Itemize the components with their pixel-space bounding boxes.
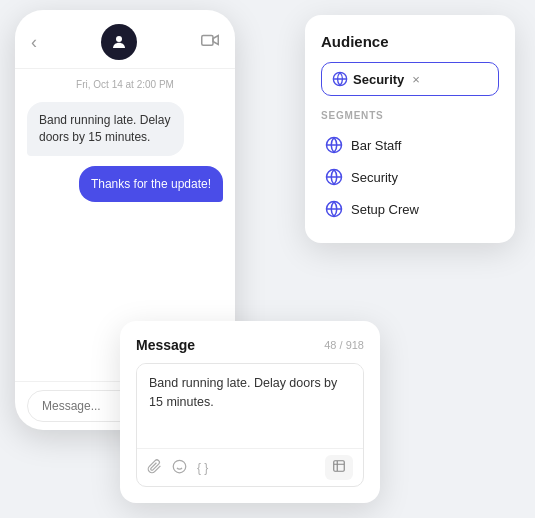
segment-globe-icon (332, 71, 348, 87)
video-icon[interactable] (201, 33, 219, 51)
segment-name-setup-crew: Setup Crew (351, 202, 419, 217)
received-message: Band running late. Delay doors by 15 min… (27, 102, 184, 156)
chat-timestamp: Fri, Oct 14 at 2:00 PM (27, 79, 223, 90)
segment-icon-bar-staff (325, 136, 343, 154)
message-counter: 48 / 918 (324, 339, 364, 351)
svg-point-6 (173, 460, 186, 473)
message-panel: Message 48 / 918 { } (120, 321, 380, 503)
message-title: Message (136, 337, 195, 353)
svg-point-0 (116, 36, 122, 42)
svg-rect-1 (202, 36, 213, 46)
audience-tag-container: Security × (321, 62, 499, 96)
tag-remove-button[interactable]: × (412, 72, 420, 87)
segment-icon-security (325, 168, 343, 186)
audience-panel: Audience Security × SEGMENTS Bar Staff S… (305, 15, 515, 243)
message-toolbar: { } (137, 448, 363, 486)
message-header: Message 48 / 918 (136, 337, 364, 353)
message-textarea-container: { } (136, 363, 364, 487)
code-icon[interactable]: { } (197, 461, 208, 475)
segments-label: SEGMENTS (321, 110, 499, 121)
segment-item-setup-crew[interactable]: Setup Crew (321, 193, 499, 225)
segment-name-security: Security (351, 170, 398, 185)
sent-message: Thanks for the update! (79, 166, 223, 203)
segment-icon-setup-crew (325, 200, 343, 218)
send-icon[interactable] (325, 455, 353, 480)
phone-header: ‹ (15, 10, 235, 69)
attachment-icon[interactable] (147, 459, 162, 477)
emoji-icon[interactable] (172, 459, 187, 477)
message-textarea[interactable] (137, 364, 363, 444)
audience-title: Audience (321, 33, 499, 50)
segment-name-bar-staff: Bar Staff (351, 138, 401, 153)
back-icon[interactable]: ‹ (31, 32, 37, 53)
avatar (101, 24, 137, 60)
segment-item-security[interactable]: Security (321, 161, 499, 193)
audience-tag: Security (332, 71, 404, 87)
segment-item-bar-staff[interactable]: Bar Staff (321, 129, 499, 161)
